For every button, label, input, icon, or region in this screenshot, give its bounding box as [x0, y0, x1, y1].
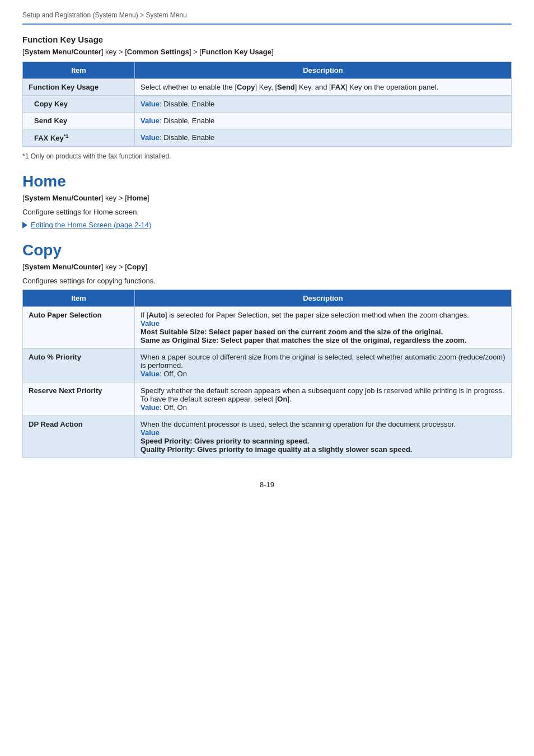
home-link-container: Editing the Home Screen (page 2-14): [22, 221, 512, 229]
home-section: Home [System Menu/Counter] key > [Home] …: [22, 172, 512, 229]
copy-table-col2-header: Description: [135, 290, 512, 307]
function-key-table: Item Description Function Key Usage Sele…: [22, 62, 512, 147]
copy-nav: [System Menu/Counter] key > [Copy]: [22, 263, 512, 271]
copy-desc-auto-priority: When a paper source of different size fr…: [135, 349, 512, 382]
function-key-footnote: *1 Only on products with the fax functio…: [22, 152, 512, 160]
copy-desc-auto-paper: If [Auto] is selected for Paper Selectio…: [135, 307, 512, 349]
function-key-item-3: FAX Key*1: [23, 129, 135, 147]
value-label: Value: [140, 116, 160, 125]
function-key-title: Function Key Usage: [22, 35, 512, 44]
value-text: : Disable, Enable: [160, 133, 214, 142]
home-link[interactable]: Editing the Home Screen (page 2-14): [31, 221, 151, 229]
breadcrumb: Setup and Registration (System Menu) > S…: [22, 11, 512, 25]
value-text: : Disable, Enable: [160, 116, 214, 125]
copy-table-col1-header: Item: [23, 290, 135, 307]
home-nav: [System Menu/Counter] key > [Home]: [22, 194, 512, 202]
copy-section: Copy [System Menu/Counter] key > [Copy] …: [22, 241, 512, 458]
value-label: Value: [140, 370, 160, 378]
copy-item-reserve-next: Reserve Next Priority: [23, 382, 135, 416]
function-key-desc-1: Value: Disable, Enable: [135, 96, 512, 113]
arrow-right-icon: [22, 222, 27, 228]
copy-item-auto-priority: Auto % Priority: [23, 349, 135, 382]
value-label: Value: [140, 428, 160, 437]
function-key-section: Function Key Usage [System Menu/Counter]…: [22, 35, 512, 160]
value-label: Value: [140, 133, 160, 142]
copy-desc-reserve-next: Specify whether the default screen appea…: [135, 382, 512, 416]
table-row: Auto % Priority When a paper source of d…: [23, 349, 512, 382]
function-key-desc-2: Value: Disable, Enable: [135, 113, 512, 129]
value-label: Value: [140, 319, 160, 328]
function-key-desc-0: Select whether to enable the [Copy] Key,…: [135, 79, 512, 96]
value-label: Value: [140, 403, 160, 412]
value-label: Value: [140, 100, 160, 108]
function-key-item-1: Copy Key: [23, 96, 135, 113]
function-key-item-2: Send Key: [23, 113, 135, 129]
home-description: Configure settings for Home screen.: [22, 208, 512, 216]
function-key-nav: [System Menu/Counter] key > [Common Sett…: [22, 48, 512, 56]
copy-desc-dp-read: When the document processor is used, sel…: [135, 416, 512, 458]
copy-title: Copy: [22, 241, 512, 259]
home-title: Home: [22, 172, 512, 190]
page-number: 8-19: [22, 480, 512, 489]
table-row: Function Key Usage Select whether to ena…: [23, 79, 512, 96]
table-row: FAX Key*1 Value: Disable, Enable: [23, 129, 512, 147]
function-key-desc-3: Value: Disable, Enable: [135, 129, 512, 147]
function-key-table-col1-header: Item: [23, 62, 135, 79]
function-key-item-0: Function Key Usage: [23, 79, 135, 96]
table-row: DP Read Action When the document process…: [23, 416, 512, 458]
copy-item-auto-paper: Auto Paper Selection: [23, 307, 135, 349]
table-row: Auto Paper Selection If [Auto] is select…: [23, 307, 512, 349]
copy-description: Configures settings for copying function…: [22, 277, 512, 285]
table-row: Copy Key Value: Disable, Enable: [23, 96, 512, 113]
function-key-table-col2-header: Description: [135, 62, 512, 79]
value-text: : Disable, Enable: [160, 100, 214, 108]
table-row: Send Key Value: Disable, Enable: [23, 113, 512, 129]
copy-table: Item Description Auto Paper Selection If…: [22, 290, 512, 458]
table-row: Reserve Next Priority Specify whether th…: [23, 382, 512, 416]
copy-item-dp-read: DP Read Action: [23, 416, 135, 458]
